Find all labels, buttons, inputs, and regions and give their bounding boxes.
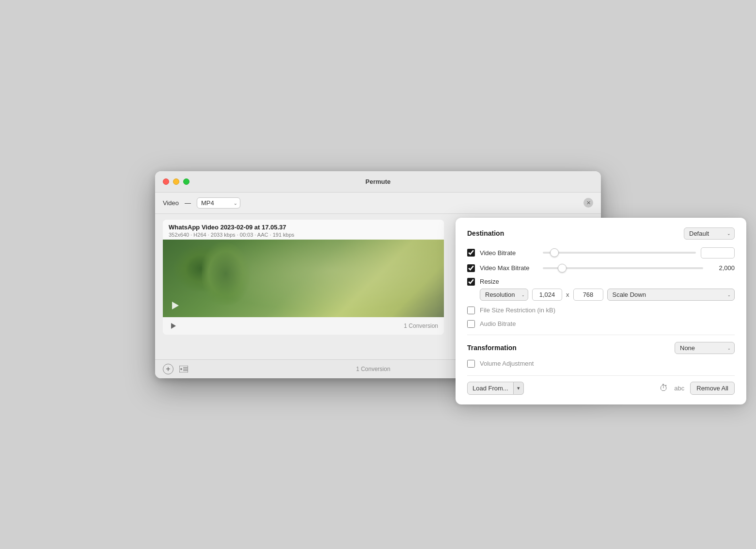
load-from-arrow-button[interactable]: ▾ (514, 382, 524, 395)
video-max-bitrate-slider[interactable] (543, 267, 703, 269)
toolbar: Video — MP4 MOV AVI MKV ✕ (155, 193, 601, 214)
video-info-row: WhatsApp Video 2023-02-09 at 17.05.37 35… (163, 220, 444, 240)
history-icon[interactable]: ⏱ (660, 383, 668, 393)
load-from-wrapper: Load From... ▾ (467, 382, 524, 395)
file-size-checkbox[interactable] (467, 307, 475, 314)
video-bitrate-row: Video Bitrate (467, 247, 735, 258)
video-meta: 352x640 · H264 · 2033 kbps · 00:03 · AAC… (169, 232, 438, 238)
settings-header: Destination Default Desktop Downloads (467, 227, 735, 240)
video-label: Video (163, 199, 179, 207)
destination-select-wrapper: Default Desktop Downloads (684, 227, 735, 240)
destination-title: Destination (467, 229, 504, 237)
abc-label: abc (674, 385, 684, 392)
video-max-bitrate-slider-container (543, 267, 703, 269)
video-bitrate-checkbox[interactable] (467, 249, 475, 257)
video-bitrate-slider[interactable] (543, 252, 696, 254)
media-icon (179, 366, 188, 372)
close-traffic-light[interactable] (163, 178, 169, 185)
video-bitrate-label: Video Bitrate (480, 249, 538, 257)
video-max-bitrate-value: 2,000 (708, 264, 735, 272)
audio-bitrate-label: Audio Bitrate (480, 320, 516, 327)
volume-adjustment-label: Volume Adjustment (480, 360, 534, 367)
video-item-footer: 1 Conversion (163, 317, 444, 335)
video-bitrate-slider-container (543, 252, 696, 254)
volume-adjustment-row: Volume Adjustment (467, 360, 735, 368)
resolution-select-wrapper: Resolution Width Height (480, 289, 528, 301)
play-button-overlay[interactable] (169, 299, 182, 312)
app-window: Permute Video — MP4 MOV AVI MKV ✕ WhatsA… (155, 171, 601, 378)
svg-point-1 (180, 368, 182, 370)
volume-adjustment-checkbox[interactable] (467, 360, 475, 368)
window-title: Permute (365, 178, 391, 185)
panel-close-button[interactable]: ✕ (583, 198, 593, 208)
toolbar-dash: — (185, 199, 191, 207)
transformation-label: Transformation (467, 344, 517, 352)
play-icon (172, 302, 179, 309)
transformation-select[interactable]: None Rotate 90° Rotate 180° Flip Horizon… (675, 342, 735, 354)
media-icon-button[interactable] (178, 364, 189, 374)
traffic-lights (163, 178, 189, 185)
play-small-icon (171, 323, 176, 329)
video-max-bitrate-label: Video Max Bitrate (480, 264, 538, 272)
video-item: WhatsApp Video 2023-02-09 at 17.05.37 35… (163, 220, 444, 335)
audio-bitrate-row: Audio Bitrate (467, 320, 735, 328)
file-size-restriction-row: File Size Restriction (in kB) (467, 307, 735, 314)
footer-right: ⏱ abc Remove All (660, 382, 735, 395)
resize-label: Resize (480, 278, 538, 285)
dimension-x-label: x (566, 291, 569, 298)
resize-row: Resize (467, 278, 735, 286)
settings-footer: Load From... ▾ ⏱ abc Remove All (467, 375, 735, 395)
resolution-select[interactable]: Resolution Width Height (480, 289, 528, 301)
video-max-bitrate-row: Video Max Bitrate 2,000 (467, 264, 735, 272)
resize-height-input[interactable] (573, 289, 603, 301)
destination-select[interactable]: Default Desktop Downloads (684, 227, 735, 240)
video-max-bitrate-checkbox[interactable] (467, 264, 475, 272)
play-small-button[interactable] (169, 321, 178, 331)
minimize-traffic-light[interactable] (173, 178, 179, 185)
load-from-button[interactable]: Load From... (467, 382, 514, 395)
settings-divider (467, 335, 735, 335)
resize-subrow: Resolution Width Height x Scale Down Sca… (480, 289, 735, 301)
audio-bitrate-checkbox[interactable] (467, 320, 475, 328)
resize-width-input[interactable] (532, 289, 562, 301)
transformation-row: Transformation None Rotate 90° Rotate 18… (467, 342, 735, 354)
none-select-wrapper: None Rotate 90° Rotate 180° Flip Horizon… (675, 342, 735, 354)
video-title: WhatsApp Video 2023-02-09 at 17.05.37 (169, 224, 438, 231)
video-bitrate-input[interactable] (701, 247, 735, 258)
add-button[interactable]: + (163, 364, 173, 374)
scale-select[interactable]: Scale Down Scale Up Stretch Fit (607, 289, 735, 301)
scale-select-wrapper: Scale Down Scale Up Stretch Fit (607, 289, 735, 301)
remove-all-button[interactable]: Remove All (690, 382, 735, 395)
format-select[interactable]: MP4 MOV AVI MKV (197, 197, 240, 209)
settings-panel: Destination Default Desktop Downloads Vi… (456, 218, 746, 404)
conversion-label: 1 Conversion (404, 323, 438, 329)
title-bar: Permute (155, 171, 601, 193)
maximize-traffic-light[interactable] (183, 178, 189, 185)
format-select-wrapper: MP4 MOV AVI MKV (197, 197, 240, 209)
thumbnail-overlay (163, 240, 444, 317)
video-thumbnail (163, 240, 444, 317)
resize-checkbox[interactable] (467, 278, 475, 286)
main-content: WhatsApp Video 2023-02-09 at 17.05.37 35… (155, 214, 601, 359)
file-size-label: File Size Restriction (in kB) (480, 307, 555, 314)
